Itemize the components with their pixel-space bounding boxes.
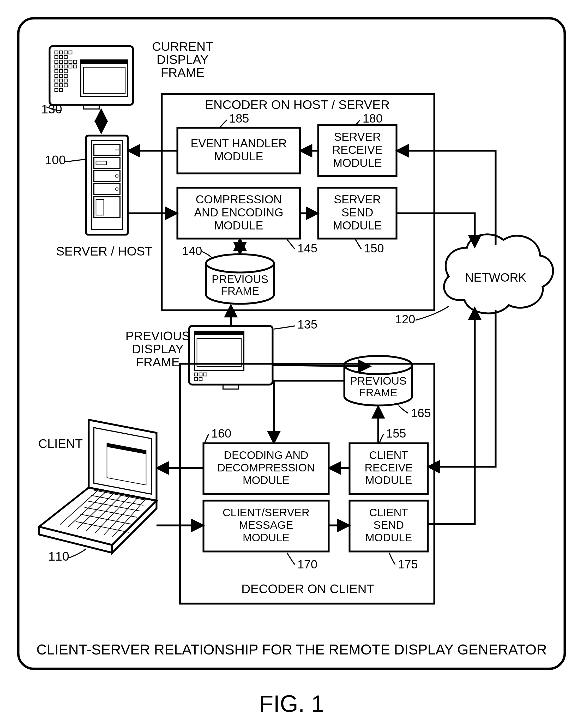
figure-label: FIG. 1 <box>259 691 324 717</box>
ref-185: 185 <box>229 112 249 125</box>
leader-145 <box>287 239 295 249</box>
ref-160: 160 <box>211 426 231 440</box>
current-display-frame-l1: CURRENT <box>152 40 213 53</box>
server-host-label: SERVER / HOST <box>56 244 153 258</box>
server-receive-l2: RECEIVE <box>332 144 382 156</box>
prev-frame-cli-l1: PREVIOUS <box>350 375 406 387</box>
svg-rect-28 <box>59 84 62 87</box>
server-send-l3: MODULE <box>333 219 382 232</box>
leader-175 <box>389 553 395 565</box>
svg-point-47 <box>206 254 274 272</box>
compression-l3: MODULE <box>214 219 263 232</box>
svg-rect-1 <box>55 51 58 54</box>
svg-rect-10 <box>64 60 67 63</box>
svg-rect-4 <box>69 51 72 54</box>
svg-rect-11 <box>69 60 72 63</box>
current-display-frame-l2: DISPLAY <box>156 53 208 67</box>
svg-rect-58 <box>107 443 146 454</box>
encoder-title: ENCODER ON HOST / SERVER <box>205 98 390 112</box>
client-send-l1: CLIENT <box>369 506 408 519</box>
svg-rect-45 <box>94 197 120 218</box>
server-send-l1: SERVER <box>334 193 381 206</box>
client-label: CLIENT <box>39 437 83 450</box>
previous-display-frame-icon <box>189 326 273 389</box>
leader-150 <box>355 239 361 249</box>
event-handler-l2: MODULE <box>214 150 263 163</box>
svg-rect-24 <box>55 79 58 82</box>
client-receive-l3: MODULE <box>365 474 412 486</box>
svg-rect-55 <box>194 378 198 381</box>
arrow-network-clirecv <box>428 310 496 467</box>
svg-rect-15 <box>64 65 67 68</box>
svg-rect-27 <box>55 84 58 87</box>
client-msg-l2: MESSAGE <box>239 519 293 531</box>
svg-rect-20 <box>64 70 67 73</box>
client-msg-l3: MODULE <box>243 531 289 544</box>
decoding-l2: DECOMPRESSION <box>217 462 314 474</box>
svg-rect-32 <box>81 60 128 97</box>
arrow-srvsend-network <box>397 213 475 247</box>
decoder-title: DECODER ON CLIENT <box>241 582 374 596</box>
leader-120 <box>415 306 449 320</box>
client-receive-l1: CLIENT <box>369 449 408 461</box>
svg-rect-6 <box>59 55 62 59</box>
svg-rect-56 <box>199 378 202 381</box>
svg-rect-19 <box>59 70 62 73</box>
ref-145: 145 <box>297 241 318 255</box>
compression-l1: COMPRESSION <box>196 193 282 206</box>
svg-rect-52 <box>194 373 198 376</box>
svg-rect-9 <box>59 60 62 63</box>
server-receive-l3: MODULE <box>333 156 382 169</box>
svg-rect-13 <box>55 65 58 68</box>
svg-rect-14 <box>59 65 62 68</box>
ref-150: 150 <box>364 241 384 255</box>
client-msg-l1: CLIENT/SERVER <box>223 506 310 519</box>
caption: CLIENT-SERVER RELATIONSHIP FOR THE REMOT… <box>36 642 547 658</box>
svg-rect-18 <box>55 70 58 73</box>
ref-175: 175 <box>398 557 418 571</box>
ref-165: 165 <box>411 406 431 420</box>
decoding-l1: DECODING AND <box>224 449 308 461</box>
leader-110 <box>68 549 86 558</box>
svg-rect-43 <box>94 184 120 194</box>
ref-180: 180 <box>362 112 383 125</box>
prev-frame-enc-l1: PREVIOUS <box>211 273 268 285</box>
arrow-network-srvrecv <box>397 151 496 245</box>
svg-rect-22 <box>59 74 62 77</box>
client-send-l2: SEND <box>374 519 404 531</box>
ref-110: 110 <box>48 549 69 563</box>
leader-170 <box>287 553 295 565</box>
compression-l2: AND ENCODING <box>194 206 283 219</box>
svg-rect-35 <box>86 136 128 235</box>
current-display-frame-icon <box>50 46 133 109</box>
ref-170: 170 <box>297 557 318 571</box>
client-receive-l2: RECEIVE <box>365 462 413 474</box>
svg-rect-31 <box>59 88 62 92</box>
svg-rect-29 <box>64 84 67 87</box>
ref-135: 135 <box>297 318 318 331</box>
svg-point-42 <box>116 175 118 177</box>
svg-rect-50 <box>194 331 244 335</box>
svg-rect-26 <box>64 79 67 82</box>
server-receive-l1: SERVER <box>334 130 381 143</box>
previous-display-frame-l3: FRAME <box>136 355 180 369</box>
svg-rect-2 <box>59 51 62 54</box>
outer-frame <box>18 18 565 669</box>
leader-160 <box>204 434 209 443</box>
svg-rect-46 <box>96 200 104 215</box>
event-handler-l1: EVENT HANDLER <box>191 137 287 150</box>
svg-rect-8 <box>55 60 58 63</box>
svg-rect-54 <box>204 373 207 376</box>
prev-frame-enc-l2: FRAME <box>221 285 259 297</box>
svg-rect-34 <box>83 67 125 93</box>
client-send-l3: MODULE <box>365 531 412 544</box>
ref-155: 155 <box>386 426 406 440</box>
ref-120: 120 <box>395 312 415 326</box>
svg-rect-53 <box>199 373 202 376</box>
decoding-l3: MODULE <box>243 474 289 486</box>
svg-rect-12 <box>74 60 77 63</box>
svg-rect-16 <box>69 65 72 68</box>
leader-140 <box>202 252 212 258</box>
arrow-prevdisp-clientprev <box>273 365 371 366</box>
current-display-frame-l3: FRAME <box>161 66 204 80</box>
